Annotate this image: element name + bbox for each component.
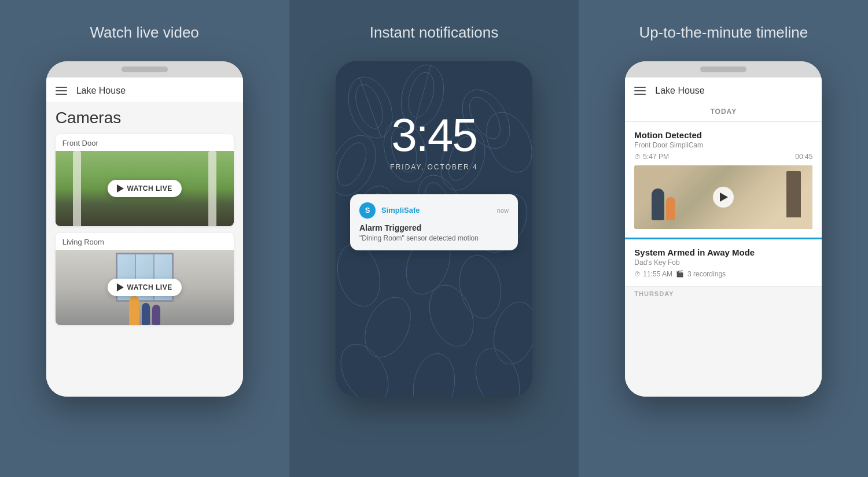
panel1-title: Watch live video [90,23,198,43]
recordings-count: 3 recordings [687,270,726,278]
phone1-pill [122,66,168,72]
lock-date: FRIDAY, OCTOBER 4 [390,163,477,171]
door-frame [786,171,801,217]
event1-time-value: 5:47 PM [643,153,669,161]
menu-icon-3[interactable] [634,87,646,95]
notification-body: "Dining Room" sensor detected motion [359,234,509,242]
watch-live-btn-1[interactable]: WATCH LIVE [108,180,182,197]
today-header: TODAY [625,102,822,122]
panel-notifications: Instant notifications [289,0,579,477]
watch-live-btn-2[interactable]: WATCH LIVE [108,279,182,296]
menu-icon[interactable] [56,87,67,95]
phone3-pill [700,66,746,72]
event1-meta: ⏱ 5:47 PM 00:45 [634,153,812,161]
timeline-section: TODAY Motion Detected Front Door SimpliC… [625,102,822,397]
event2-subtitle: Dad's Key Fob [634,258,812,267]
notification-title: Alarm Triggered [359,223,509,232]
camera1-preview: WATCH LIVE [56,151,234,226]
today-label: TODAY [631,108,816,116]
column-left [73,151,81,226]
panel3-title: Up-to-the-minute timeline [639,23,808,43]
watch-live-text-1: WATCH LIVE [127,184,172,193]
lock-time: 3:45 [391,112,477,158]
phone3-header: Lake House [625,77,822,102]
timeline-event-2[interactable]: System Armed in Away Mode Dad's Key Fob … [625,239,822,287]
panel2-title: Instant notifications [370,23,499,43]
event1-title: Motion Detected [634,130,812,140]
play-icon-2 [117,283,124,291]
phone1-content: Lake House Cameras Front Door WATCH LIVE [46,77,243,397]
event2-time-value: 11:55 AM [643,270,672,278]
phone3-header-title: Lake House [655,86,704,96]
event2-meta: ⏱ 11:55 AM 🎬 3 recordings [634,270,812,278]
camera2-preview: WATCH LIVE [56,250,234,325]
notification-app-name: SimpliSafe [381,206,420,215]
event1-subtitle: Front Door SimpliCam [634,141,812,149]
clock-icon-2: ⏱ [634,271,641,278]
event1-duration: 00:45 [795,153,812,161]
person2 [142,303,150,325]
timeline-event-1[interactable]: Motion Detected Front Door SimpliCam ⏱ 5… [625,122,822,238]
camera-card-front-door: Front Door WATCH LIVE [56,134,234,226]
person3 [152,305,160,325]
thursday-label: THURSDAY [625,287,822,301]
notification-time: now [497,207,509,214]
cameras-section: Cameras Front Door WATCH LIVE [46,102,243,397]
event2-title: System Armed in Away Mode [634,247,812,257]
phone-timeline: Lake House TODAY Motion Detected Front D… [625,61,822,397]
panel-timeline: Up-to-the-minute timeline Lake House TOD… [579,0,868,477]
door-video-scene [634,165,812,229]
camera1-label: Front Door [56,134,234,151]
recordings-icon: 🎬 [676,270,684,278]
clock-icon-1: ⏱ [634,153,641,160]
phone1-notch [46,61,243,77]
notification-card[interactable]: S SimpliSafe now Alarm Triggered "Dining… [350,194,518,250]
play-icon-1 [117,184,124,193]
phone-camera: Lake House Cameras Front Door WATCH LIVE [46,61,243,397]
watch-live-text-2: WATCH LIVE [127,283,172,291]
simplisafe-icon: S [359,202,376,219]
figure-child [666,197,675,220]
column-right [208,151,216,226]
phone-lock: 3:45 FRIDAY, OCTOBER 4 S SimpliSafe now … [336,61,532,397]
lock-content: 3:45 FRIDAY, OCTOBER 4 S SimpliSafe now … [336,77,532,250]
phone1-header-title: Lake House [76,86,126,96]
phone1-header: Lake House [46,77,243,102]
camera-card-living-room: Living Room [56,233,234,325]
phone3-notch [625,61,822,77]
people-bottom [129,296,160,325]
event1-video[interactable] [634,165,812,229]
cameras-heading: Cameras [56,109,234,127]
notification-header: S SimpliSafe now [359,202,509,219]
video-play-btn-1[interactable] [713,187,734,208]
event2-time: ⏱ 11:55 AM [634,270,672,278]
event1-time: ⏱ 5:47 PM [634,153,669,161]
phone3-content: Lake House TODAY Motion Detected Front D… [625,77,822,397]
camera2-label: Living Room [56,233,234,250]
figure-parent [652,188,664,220]
panel-watch-live: Watch live video Lake House Cameras Fron… [0,0,289,477]
person1 [129,296,139,325]
video-play-icon-1 [720,193,728,202]
